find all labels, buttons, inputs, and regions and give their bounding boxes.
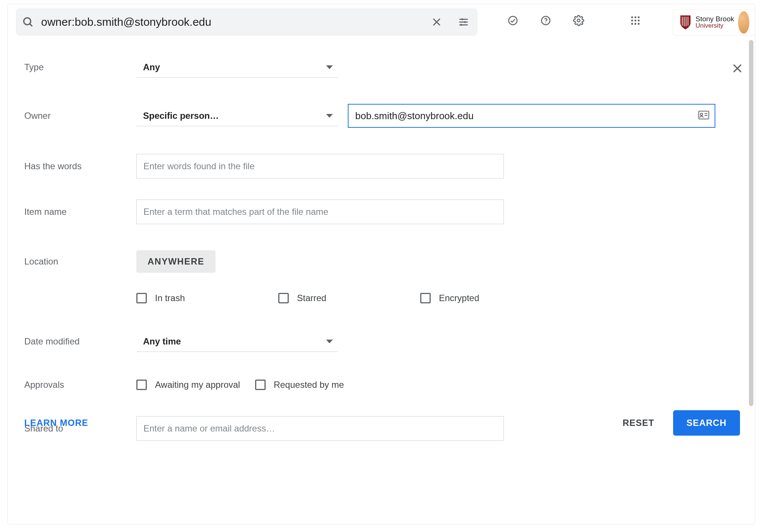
header-icons [505, 12, 644, 29]
search-icon [22, 16, 34, 28]
svg-point-12 [545, 22, 546, 23]
location-flags: In trash Starred Encrypted [136, 293, 751, 303]
svg-point-17 [631, 20, 633, 22]
svg-point-30 [700, 113, 703, 115]
sliders-icon [458, 16, 469, 28]
encrypted-checkbox[interactable]: Encrypted [420, 293, 536, 303]
item-name-field[interactable] [136, 200, 504, 224]
owner-label: Owner [24, 111, 136, 121]
svg-line-1 [30, 24, 32, 26]
location-label: Location [24, 256, 136, 267]
starred-label: Starred [297, 293, 326, 303]
owner-dropdown[interactable]: Specific person… [136, 105, 338, 126]
settings-button[interactable] [570, 12, 587, 29]
svg-point-13 [577, 19, 580, 22]
has-words-label: Has the words [24, 161, 136, 171]
approvals-label: Approvals [24, 380, 136, 390]
owner-email-field-wrapper [348, 104, 715, 128]
starred-checkbox[interactable]: Starred [278, 293, 394, 303]
search-options-button[interactable] [455, 14, 472, 30]
location-chip[interactable]: ANYWHERE [136, 250, 216, 273]
checkbox-icon [420, 293, 431, 303]
svg-point-10 [509, 16, 517, 25]
account-avatar[interactable] [738, 11, 749, 34]
type-label: Type [24, 62, 136, 72]
requested-by-me-label: Requested by me [274, 380, 344, 390]
date-modified-label: Date modified [24, 336, 136, 347]
in-trash-checkbox[interactable]: In trash [136, 293, 252, 303]
svg-point-15 [635, 16, 637, 18]
help-icon [540, 15, 551, 26]
date-modified-dropdown[interactable]: Any time [136, 331, 338, 352]
item-name-label: Item name [24, 207, 136, 217]
owner-dropdown-value: Specific person… [143, 111, 219, 121]
checkbox-icon [136, 293, 147, 303]
chevron-down-icon [326, 340, 333, 343]
learn-more-link[interactable]: LEARN MORE [24, 418, 88, 428]
has-words-field[interactable] [136, 154, 504, 179]
scrollbar-thumb[interactable] [749, 40, 753, 406]
svg-point-16 [638, 16, 639, 18]
apps-button[interactable] [627, 12, 644, 29]
checkbox-icon [278, 293, 289, 303]
help-button[interactable] [538, 12, 554, 29]
svg-point-21 [635, 23, 637, 25]
type-dropdown[interactable]: Any [136, 57, 338, 78]
check-circle-icon [507, 15, 518, 26]
checkbox-icon [136, 380, 147, 390]
owner-email-field[interactable] [355, 110, 692, 122]
awaiting-approval-checkbox[interactable]: Awaiting my approval [136, 380, 240, 390]
svg-point-22 [638, 23, 639, 25]
contacts-button[interactable] [698, 111, 709, 121]
brand-logo-icon [679, 15, 692, 30]
close-icon [731, 62, 744, 75]
in-trash-label: In trash [155, 293, 185, 303]
svg-point-0 [24, 18, 31, 24]
type-dropdown-value: Any [143, 62, 160, 72]
clear-search-button[interactable] [428, 14, 445, 30]
apps-grid-icon [630, 15, 641, 26]
svg-point-20 [631, 23, 633, 25]
chevron-down-icon [326, 65, 333, 69]
brand-badge: Stony Brook University [673, 9, 755, 35]
svg-point-14 [631, 16, 633, 18]
contact-card-icon [698, 111, 709, 120]
brand-subtitle: University [696, 22, 734, 30]
brand-title: Stony Brook [696, 15, 734, 22]
search-button[interactable]: SEARCH [673, 410, 740, 436]
date-modified-dropdown-value: Any time [143, 336, 181, 347]
close-icon [431, 16, 442, 28]
awaiting-approval-label: Awaiting my approval [155, 380, 240, 390]
top-bar: Stony Brook University [8, 4, 755, 40]
reset-button[interactable]: RESET [615, 412, 662, 433]
checkbox-icon [255, 380, 266, 390]
chevron-down-icon [326, 114, 333, 118]
svg-point-19 [638, 20, 639, 22]
encrypted-label: Encrypted [439, 293, 479, 303]
close-panel-button[interactable] [731, 62, 744, 76]
scrollbar[interactable] [749, 40, 753, 517]
advanced-search-panel: Type Any Owner Specific person… [8, 40, 755, 445]
offline-ready-button[interactable] [505, 12, 521, 29]
search-input[interactable] [41, 16, 422, 28]
gear-icon [573, 15, 584, 26]
search-box[interactable] [16, 9, 477, 35]
requested-by-me-checkbox[interactable]: Requested by me [255, 380, 344, 390]
svg-point-18 [635, 20, 637, 22]
